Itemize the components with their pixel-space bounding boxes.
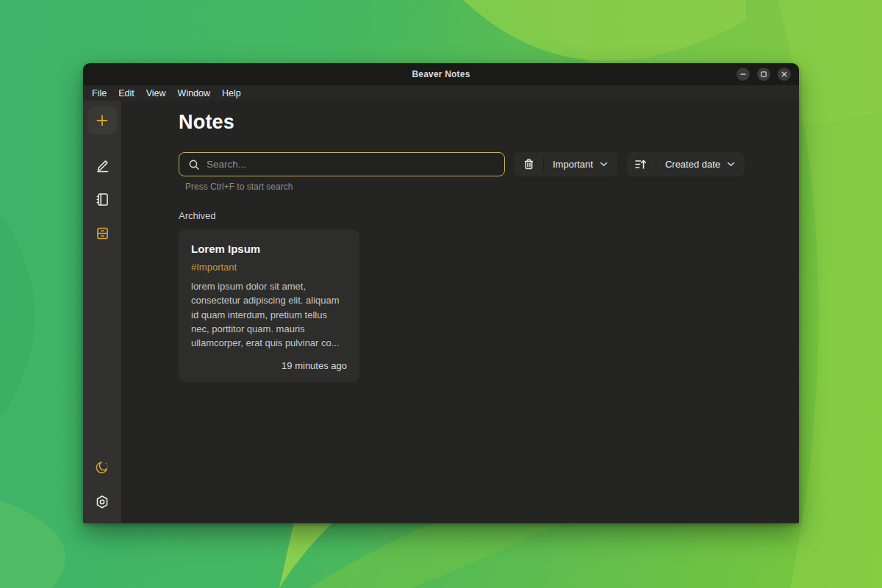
window-controls bbox=[736, 68, 791, 81]
search-icon bbox=[188, 159, 200, 171]
menu-edit[interactable]: Edit bbox=[112, 87, 140, 100]
chevron-down-icon bbox=[727, 162, 735, 167]
sidebar-item-edit[interactable] bbox=[89, 154, 115, 177]
filter-group: Important bbox=[514, 152, 617, 176]
sort-dropdown[interactable]: Created date bbox=[656, 152, 745, 176]
app-body: Notes bbox=[83, 101, 799, 523]
search-box bbox=[179, 152, 505, 176]
menu-file[interactable]: File bbox=[86, 87, 112, 100]
menubar: File Edit View Window Help bbox=[83, 85, 799, 101]
sort-dropdown-label: Created date bbox=[665, 159, 720, 170]
pencil-icon bbox=[95, 158, 110, 173]
close-button[interactable] bbox=[778, 68, 791, 81]
close-icon bbox=[781, 71, 788, 78]
minimize-icon bbox=[739, 71, 747, 78]
note-preview: lorem ipsum dolor sit amet, consectetur … bbox=[191, 279, 347, 350]
main-content: Notes bbox=[121, 101, 799, 523]
sort-group: Created date bbox=[627, 152, 745, 176]
page-title: Notes bbox=[179, 111, 799, 134]
note-timestamp: 19 minutes ago bbox=[191, 360, 347, 371]
note-card[interactable]: Lorem Ipsum #Important lorem ipsum dolor… bbox=[179, 229, 359, 382]
sort-ascending-icon bbox=[634, 159, 648, 171]
dark-mode-toggle-button[interactable] bbox=[89, 456, 115, 479]
chevron-down-icon bbox=[600, 162, 608, 167]
maximize-icon bbox=[760, 71, 767, 78]
menu-help[interactable]: Help bbox=[216, 87, 247, 100]
trash-icon bbox=[523, 158, 535, 171]
delete-button[interactable] bbox=[514, 152, 543, 176]
section-label-archived: Archived bbox=[179, 210, 799, 221]
filter-dropdown[interactable]: Important bbox=[544, 152, 617, 176]
plus-icon bbox=[95, 113, 110, 128]
archive-icon bbox=[95, 226, 110, 241]
desktop-wallpaper: Beaver Notes File Edit View Window Help bbox=[0, 0, 882, 588]
new-note-button[interactable] bbox=[87, 107, 117, 135]
titlebar: Beaver Notes bbox=[83, 63, 799, 85]
sidebar-item-notes[interactable] bbox=[89, 187, 115, 211]
minimize-button[interactable] bbox=[736, 68, 750, 81]
search-hint: Press Ctrl+F to start search bbox=[185, 182, 799, 192]
sidebar-item-archived[interactable] bbox=[89, 221, 115, 245]
search-input[interactable] bbox=[207, 159, 495, 170]
filter-dropdown-label: Important bbox=[553, 159, 593, 170]
settings-button[interactable] bbox=[89, 490, 115, 514]
note-title: Lorem Ipsum bbox=[191, 243, 347, 255]
moon-icon bbox=[95, 460, 110, 475]
toolbar: Important bbox=[179, 152, 799, 176]
notebook-icon bbox=[95, 192, 110, 207]
maximize-button[interactable] bbox=[757, 68, 770, 81]
menu-view[interactable]: View bbox=[140, 87, 172, 100]
gear-icon bbox=[95, 495, 110, 509]
window-title: Beaver Notes bbox=[83, 69, 799, 79]
app-window: Beaver Notes File Edit View Window Help bbox=[83, 63, 799, 523]
menu-window[interactable]: Window bbox=[172, 87, 216, 100]
sidebar bbox=[83, 101, 121, 523]
sort-direction-button[interactable] bbox=[627, 152, 656, 176]
note-tag[interactable]: #Important bbox=[191, 262, 347, 273]
